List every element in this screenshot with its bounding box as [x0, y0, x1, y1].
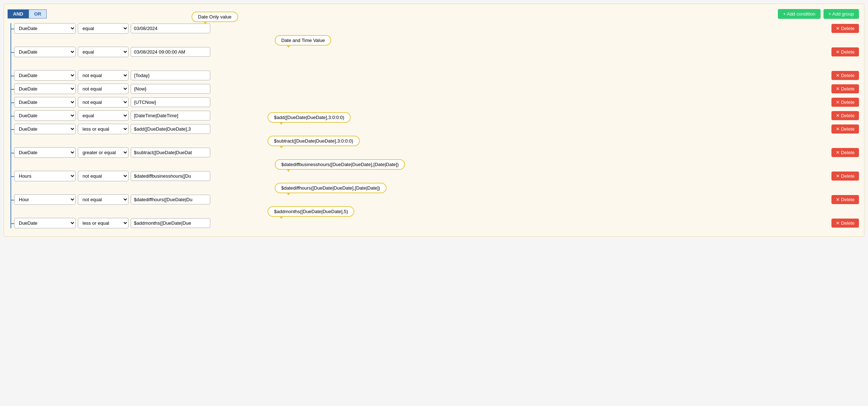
- value-input-2[interactable]: [131, 71, 210, 80]
- row-wrapper-0: DueDate Hours Hour equal not equal less …: [14, 23, 859, 34]
- condition-row-0: DueDate Hours Hour equal not equal less …: [14, 23, 859, 34]
- condition-row-5: DueDate Hours Hour equal not equal less …: [14, 110, 859, 121]
- delete-button-10[interactable]: ✕ Delete: [831, 219, 859, 228]
- field-select-1[interactable]: DueDate Hours Hour: [14, 47, 76, 57]
- vertical-connector: [10, 23, 11, 228]
- condition-row-2: DueDate Hours Hour equal not equal less …: [14, 70, 859, 81]
- delete-button-9[interactable]: ✕ Delete: [831, 195, 859, 204]
- tooltip-addmonths: $addmonths([DueDate|DueDate],5): [267, 206, 354, 217]
- operator-select-9[interactable]: equal not equal less or equal greater or…: [78, 194, 128, 205]
- condition-row-9: DueDate Hours Hour equal not equal less …: [14, 194, 859, 205]
- operator-select-7[interactable]: equal not equal less or equal greater or…: [78, 147, 128, 158]
- row-connector-9: [10, 200, 14, 200]
- row-wrapper-6: DueDate Hours Hour equal not equal less …: [14, 124, 859, 134]
- tooltip-businesshours: $datediffbusinesshours([DueDate|DueDate]…: [275, 159, 405, 170]
- value-input-5[interactable]: [131, 111, 210, 120]
- or-button[interactable]: OR: [29, 9, 47, 18]
- row-connector-5: [10, 116, 14, 117]
- condition-row-6: DueDate Hours Hour equal not equal less …: [14, 124, 859, 134]
- condition-row-8: DueDate Hours Hour equal not equal less …: [14, 171, 859, 181]
- delete-button-4[interactable]: ✕ Delete: [831, 98, 859, 107]
- value-input-3[interactable]: [131, 84, 210, 94]
- row-wrapper-9: DueDate Hours Hour equal not equal less …: [14, 194, 859, 205]
- field-select-5[interactable]: DueDate Hours Hour: [14, 110, 76, 121]
- row-connector-1: [10, 52, 14, 53]
- condition-row-3: DueDate Hours Hour equal not equal less …: [14, 84, 859, 94]
- row-connector-6: [10, 129, 14, 130]
- row-connector-8: [10, 176, 14, 177]
- row-wrapper-7: DueDate Hours Hour equal not equal less …: [14, 147, 859, 158]
- operator-select-3[interactable]: equal not equal less or equal greater or…: [78, 84, 128, 94]
- field-select-7[interactable]: DueDate Hours Hour: [14, 147, 76, 158]
- operator-select-0[interactable]: equal not equal less or equal greater or…: [78, 23, 128, 34]
- field-select-2[interactable]: DueDate Hours Hour: [14, 70, 76, 81]
- row-connector-3: [10, 89, 14, 90]
- row-connector-0: [10, 29, 14, 29]
- value-input-9[interactable]: [131, 195, 210, 204]
- row-connector-10: [10, 223, 14, 224]
- and-button[interactable]: AND: [8, 9, 29, 18]
- delete-button-5[interactable]: ✕ Delete: [831, 111, 859, 120]
- delete-button-6[interactable]: ✕ Delete: [831, 124, 859, 134]
- tooltip-date-time: Date and Time Value: [275, 35, 331, 46]
- row-wrapper-3: DueDate Hours Hour equal not equal less …: [14, 84, 859, 94]
- value-input-6[interactable]: [131, 124, 210, 134]
- row-wrapper-4: DueDate Hours Hour equal not equal less …: [14, 97, 859, 107]
- field-select-10[interactable]: DueDate Hours Hour: [14, 218, 76, 228]
- conditions-area: DueDate Hours Hour equal not equal less …: [8, 23, 859, 228]
- right-buttons: + Add condition + Add group: [778, 9, 859, 19]
- operator-select-5[interactable]: equal not equal less or equal greater or…: [78, 110, 128, 121]
- operator-select-6[interactable]: equal not equal less or equal greater or…: [78, 124, 128, 134]
- row-wrapper-5: DueDate Hours Hour equal not equal less …: [14, 110, 859, 121]
- condition-row-1: DueDate Hours Hour equal not equal less …: [14, 47, 859, 57]
- delete-button-7[interactable]: ✕ Delete: [831, 148, 859, 157]
- condition-row-7: DueDate Hours Hour equal not equal less …: [14, 147, 859, 158]
- add-condition-button[interactable]: + Add condition: [778, 9, 820, 19]
- row-connector-4: [10, 102, 14, 103]
- delete-button-3[interactable]: ✕ Delete: [831, 84, 859, 93]
- row-wrapper-2: DueDate Hours Hour equal not equal less …: [14, 70, 859, 81]
- condition-row-10: DueDate Hours Hour equal not equal less …: [14, 218, 859, 228]
- value-input-1[interactable]: [131, 47, 210, 57]
- tooltip-diffhours: $datediffhours([DueDate|DueDate],[Date|D…: [275, 183, 387, 193]
- top-bar: AND OR + Add condition + Add group: [8, 9, 859, 19]
- delete-button-0[interactable]: ✕ Delete: [831, 24, 859, 33]
- delete-button-1[interactable]: ✕ Delete: [831, 47, 859, 56]
- value-input-4[interactable]: [131, 97, 210, 107]
- row-connector-2: [10, 76, 14, 76]
- delete-button-8[interactable]: ✕ Delete: [831, 172, 859, 181]
- operator-select-2[interactable]: equal not equal less or equal greater or…: [78, 70, 128, 81]
- row-wrapper-1: DueDate Hours Hour equal not equal less …: [14, 47, 859, 57]
- condition-row-4: DueDate Hours Hour equal not equal less …: [14, 97, 859, 107]
- operator-select-1[interactable]: equal not equal less or equal greater or…: [78, 47, 128, 57]
- field-select-8[interactable]: DueDate Hours Hour: [14, 171, 76, 181]
- field-select-6[interactable]: DueDate Hours Hour: [14, 124, 76, 134]
- tooltip-subtract: $subtract([DueDate|DueDate],3:0:0:0): [267, 136, 360, 146]
- row-wrapper-10: DueDate Hours Hour equal not equal less …: [14, 218, 859, 228]
- value-input-8[interactable]: [131, 171, 210, 181]
- field-select-4[interactable]: DueDate Hours Hour: [14, 97, 76, 107]
- row-connector-7: [10, 153, 14, 153]
- operator-select-8[interactable]: equal not equal less or equal greater or…: [78, 171, 128, 181]
- value-input-10[interactable]: [131, 218, 210, 228]
- add-group-button[interactable]: + Add group: [823, 9, 859, 19]
- operator-select-4[interactable]: equal not equal less or equal greater or…: [78, 97, 128, 107]
- field-select-0[interactable]: DueDate Hours Hour: [14, 23, 76, 34]
- field-select-3[interactable]: DueDate Hours Hour: [14, 84, 76, 94]
- value-input-0[interactable]: [131, 24, 210, 33]
- condition-builder: AND OR + Add condition + Add group DueDa…: [4, 4, 864, 237]
- row-wrapper-8: DueDate Hours Hour equal not equal less …: [14, 171, 859, 181]
- field-select-9[interactable]: DueDate Hours Hour: [14, 194, 76, 205]
- logic-buttons: AND OR: [8, 9, 47, 18]
- delete-button-2[interactable]: ✕ Delete: [831, 71, 859, 80]
- value-input-7[interactable]: [131, 148, 210, 157]
- operator-select-10[interactable]: equal not equal less or equal greater or…: [78, 218, 128, 228]
